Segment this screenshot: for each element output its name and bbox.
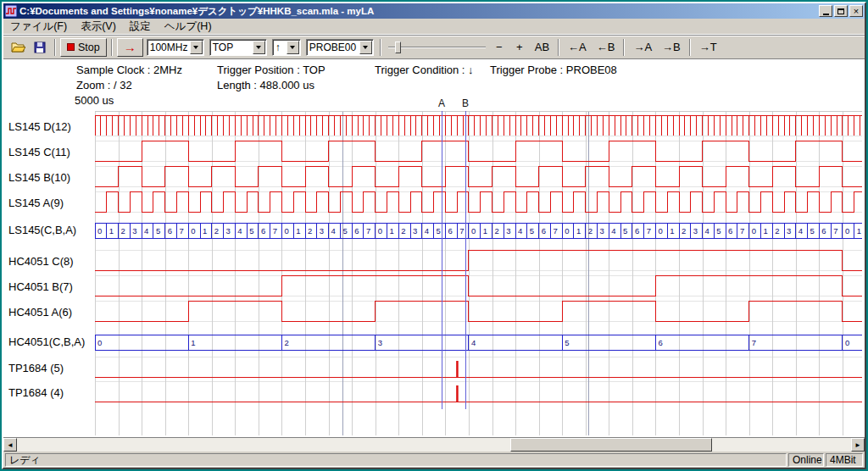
waveform-trace: [95, 166, 862, 186]
slider-thumb[interactable]: [395, 42, 401, 53]
maximize-icon: [837, 8, 844, 14]
trigger-probe-value: PROBE00: [307, 42, 359, 53]
goto-trigger-button[interactable]: →T: [695, 39, 721, 56]
chevron-down-icon[interactable]: [359, 41, 372, 54]
bus-value: 0: [658, 226, 662, 236]
bus-outline: [95, 335, 862, 350]
bus-value: 3: [226, 226, 231, 236]
bus-value: 4: [144, 226, 148, 236]
bus-value: 4: [471, 338, 476, 347]
bus-value: 3: [378, 338, 382, 347]
trigger-position-select[interactable]: TOP: [209, 39, 267, 56]
channel-label: HC4051 C(8): [8, 255, 93, 268]
sample-rate-value: 100MHz: [147, 42, 190, 53]
bus-value: 2: [284, 338, 288, 347]
bus-value: 7: [833, 226, 837, 236]
bus-value: 6: [728, 226, 732, 236]
bus-value: 3: [132, 226, 136, 236]
bus-value: 0: [471, 226, 476, 236]
chevron-down-icon[interactable]: [253, 41, 265, 54]
bus-value: 7: [179, 226, 183, 236]
waveform-plot[interactable]: 0123456701234567012345670123456701234567…: [3, 59, 862, 437]
bus-value: 0: [845, 338, 849, 347]
bus-value: 1: [296, 226, 300, 236]
zoom-slider[interactable]: [388, 39, 486, 56]
save-button[interactable]: [30, 38, 50, 57]
bus-value: 4: [237, 226, 242, 236]
bus-value: 5: [810, 226, 815, 236]
set-cursor-a-button[interactable]: →A: [629, 39, 656, 56]
bus-value: 7: [553, 226, 557, 236]
scrollbar-thumb[interactable]: [510, 438, 712, 452]
bus-value: 4: [518, 226, 522, 236]
window-title: C:¥Documents and Settings¥noname¥デスクトップ¥…: [19, 3, 817, 19]
bus-value: 6: [448, 226, 452, 236]
bus-value: 6: [354, 226, 359, 236]
menu-help[interactable]: ヘルプ(H): [158, 19, 219, 35]
toolbar-separator: [689, 39, 691, 56]
sample-rate-select[interactable]: 100MHz: [147, 39, 204, 56]
bus-value: 0: [97, 338, 102, 347]
bus-value: 1: [483, 226, 487, 236]
bus-value: 6: [635, 226, 639, 236]
close-button[interactable]: ×: [849, 5, 863, 17]
bus-value: 1: [857, 226, 861, 236]
bus-value: 6: [261, 226, 265, 236]
run-button[interactable]: →: [117, 38, 143, 57]
trigger-position-value: TOP: [210, 42, 253, 53]
bus-value: 5: [342, 226, 347, 236]
bus-value: 6: [821, 226, 826, 236]
channel-label: HC4051 A(6): [8, 306, 93, 319]
desktop: { "window": { "title": "C:¥Documents and…: [0, 0, 868, 471]
chevron-down-icon[interactable]: [287, 41, 299, 54]
pulse-mark: [456, 385, 459, 402]
waveform-client: Sample Clock : 2MHz Trigger Position : T…: [3, 59, 865, 438]
menu-view[interactable]: 表示(V): [74, 19, 123, 35]
horizontal-scrollbar[interactable]: ◄ ►: [3, 438, 865, 452]
bus-value: 6: [542, 226, 546, 236]
channel-label: LS145 A(9): [8, 197, 93, 209]
channel-label: LS145(C,B,A): [8, 224, 93, 236]
chevron-down-icon[interactable]: [190, 41, 203, 54]
toolbar-separator: [111, 39, 113, 56]
waveform-trace: [95, 250, 862, 270]
pulse-mark: [456, 361, 459, 377]
run-arrow-icon: →: [124, 41, 136, 53]
stop-button[interactable]: Stop: [60, 38, 107, 57]
bus-value: 3: [693, 226, 698, 236]
toolbar-separator: [623, 39, 625, 56]
cursor-b-label: B: [462, 97, 469, 109]
bus-value: 5: [716, 226, 721, 236]
open-button[interactable]: [8, 38, 28, 57]
menu-file[interactable]: ファイル(F): [3, 19, 74, 35]
bus-value: 3: [600, 226, 604, 236]
set-cursor-b-button[interactable]: →B: [658, 39, 685, 56]
bus-value: 0: [378, 226, 382, 236]
maximize-button[interactable]: [834, 5, 848, 17]
goto-cursor-a-button[interactable]: ←A: [564, 39, 591, 56]
channel-label: TP1684 (4): [8, 386, 93, 399]
bus-value: 7: [273, 226, 277, 236]
trigger-edge-value: ↑: [273, 42, 287, 53]
scroll-left-button[interactable]: ◄: [3, 438, 17, 452]
trigger-probe-select[interactable]: PROBE00: [306, 39, 374, 56]
cursor-ab-button[interactable]: AB: [531, 39, 554, 56]
minimize-button[interactable]: [819, 5, 832, 17]
channel-label: LS145 C(11): [8, 146, 93, 158]
bus-value: 7: [740, 226, 744, 236]
bus-value: 0: [565, 226, 569, 236]
scroll-right-button[interactable]: ►: [851, 438, 865, 452]
trigger-edge-select[interactable]: ↑: [272, 39, 301, 56]
menu-settings[interactable]: 設定: [123, 19, 158, 35]
bus-value: 5: [249, 226, 253, 236]
titlebar[interactable]: C:¥Documents and Settings¥noname¥デスクトップ¥…: [3, 3, 865, 19]
bus-value: 3: [787, 226, 791, 236]
bus-value: 1: [191, 338, 195, 347]
bus-value: 3: [413, 226, 417, 236]
zoom-in-button[interactable]: +: [510, 39, 529, 56]
bus-value: 0: [97, 226, 102, 236]
status-message: レディ: [5, 453, 787, 467]
goto-cursor-b-button[interactable]: ←B: [593, 39, 620, 56]
status-memory: 4MBit: [826, 453, 863, 467]
zoom-out-button[interactable]: −: [490, 39, 509, 56]
